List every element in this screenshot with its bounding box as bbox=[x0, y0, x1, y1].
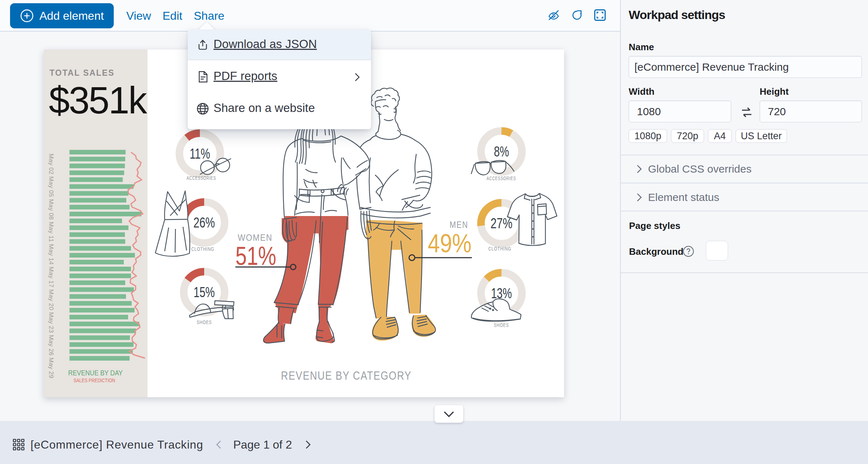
svg-text:ACCESSORIES: ACCESSORIES bbox=[487, 175, 516, 181]
svg-text:51%: 51% bbox=[235, 242, 276, 270]
svg-text:15%: 15% bbox=[194, 284, 215, 300]
svg-text:REVENUE BY CATEGORY: REVENUE BY CATEGORY bbox=[281, 369, 412, 382]
svg-text:REVENUE BY DAY: REVENUE BY DAY bbox=[68, 369, 123, 377]
svg-text:ACCESSORIES: ACCESSORIES bbox=[187, 175, 216, 181]
svg-text:SALES PREDICTION: SALES PREDICTION bbox=[74, 378, 115, 383]
svg-text:8%: 8% bbox=[494, 144, 509, 159]
svg-text:WOMEN: WOMEN bbox=[238, 233, 273, 243]
svg-text:26%: 26% bbox=[193, 215, 215, 230]
svg-text:CLOTHING: CLOTHING bbox=[191, 246, 214, 252]
svg-text:SHOES: SHOES bbox=[494, 322, 509, 328]
svg-text:49%: 49% bbox=[428, 229, 471, 258]
svg-text:SHOES: SHOES bbox=[197, 319, 212, 325]
svg-text:CLOTHING: CLOTHING bbox=[488, 245, 511, 252]
svg-text:11%: 11% bbox=[190, 146, 210, 161]
svg-text:MEN: MEN bbox=[450, 220, 468, 230]
